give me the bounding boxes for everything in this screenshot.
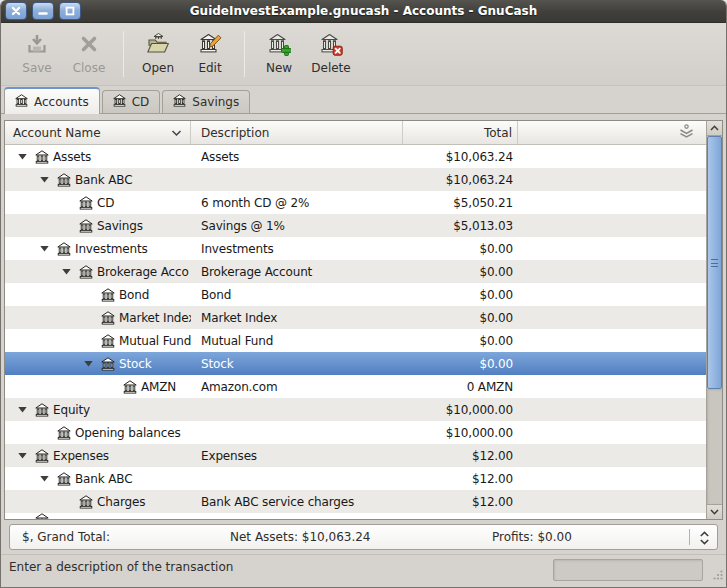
account-name-cell: Charges bbox=[5, 495, 191, 509]
account-total-cell: $12.00 bbox=[403, 495, 518, 509]
account-name-label: Stock bbox=[119, 357, 151, 371]
account-name-cell: Assets bbox=[5, 150, 191, 164]
delete-account-button[interactable]: Delete bbox=[305, 30, 357, 77]
tab-label: CD bbox=[132, 95, 150, 109]
bank-account-icon bbox=[79, 196, 93, 210]
table-row[interactable]: Mutual Fund Mutual Fund $0.00 bbox=[5, 329, 706, 352]
progress-bar bbox=[553, 559, 703, 581]
column-header-description[interactable]: Description bbox=[191, 121, 403, 144]
summary-bar: $, Grand Total: Net Assets: $10,063.24 P… bbox=[1, 521, 726, 554]
edit-icon bbox=[198, 32, 222, 59]
table-row[interactable]: Opening balances $10,000.00 bbox=[5, 421, 706, 444]
close-button[interactable]: Close bbox=[63, 30, 115, 77]
combo-spinner-icon[interactable] bbox=[699, 530, 710, 554]
maximize-window-button[interactable] bbox=[59, 2, 81, 20]
bank-account-icon bbox=[57, 173, 71, 187]
column-chooser-icon[interactable] bbox=[677, 124, 696, 142]
account-total-cell: $0.00 bbox=[403, 288, 518, 302]
table-row[interactable]: Stock Stock $0.00 bbox=[5, 352, 706, 375]
account-name-cell: Opening balances bbox=[5, 426, 191, 440]
grand-total-selector[interactable]: $, Grand Total: Net Assets: $10,063.24 P… bbox=[9, 524, 718, 550]
table-row[interactable]: Investments Investments $0.00 bbox=[5, 237, 706, 260]
scrollbar-thumb[interactable] bbox=[707, 136, 722, 389]
account-name-label: Opening balances bbox=[75, 426, 181, 440]
new-icon bbox=[267, 32, 291, 59]
account-description-cell: Bond bbox=[191, 288, 403, 302]
table-row[interactable]: Market Index Market Index $0.00 bbox=[5, 306, 706, 329]
table-row[interactable]: CD 6 month CD @ 2% $5,050.21 bbox=[5, 191, 706, 214]
table-row[interactable]: Charges Bank ABC service charges $12.00 bbox=[5, 490, 706, 513]
account-name-label: Brokerage Acco bbox=[97, 265, 189, 279]
table-row[interactable]: Expenses Expenses $12.00 bbox=[5, 444, 706, 467]
save-button[interactable]: Save bbox=[11, 30, 63, 77]
expander-triangle-icon[interactable] bbox=[59, 266, 79, 277]
account-total-cell: $0.00 bbox=[403, 265, 518, 279]
account-name-label: Equity bbox=[53, 403, 90, 417]
tab-accounts[interactable]: Accounts bbox=[4, 87, 100, 114]
scrollbar-track[interactable] bbox=[707, 389, 722, 504]
account-name-label: Assets bbox=[53, 150, 91, 164]
account-name-cell: Bond bbox=[5, 288, 191, 302]
account-total-cell: $10,000.00 bbox=[403, 426, 518, 440]
bank-account-icon bbox=[123, 380, 137, 394]
table-row[interactable]: Bond Bond $0.00 bbox=[5, 283, 706, 306]
expander-triangle-icon[interactable] bbox=[81, 358, 101, 369]
account-name-cell bbox=[5, 513, 191, 519]
bank-account-icon bbox=[101, 288, 115, 302]
resize-grip-icon[interactable] bbox=[711, 566, 724, 585]
tab-label: Accounts bbox=[34, 95, 89, 109]
account-name-cell: CD bbox=[5, 196, 191, 210]
open-button[interactable]: Open bbox=[132, 30, 184, 77]
account-name-label: CD bbox=[97, 196, 114, 210]
account-description-cell: 6 month CD @ 2% bbox=[191, 196, 403, 210]
table-row[interactable] bbox=[5, 513, 706, 519]
expander-triangle-icon[interactable] bbox=[15, 151, 35, 162]
column-header-filler bbox=[518, 121, 706, 144]
account-total-cell: $0.00 bbox=[403, 334, 518, 348]
account-name-label: Bank ABC bbox=[75, 472, 132, 486]
titlebar: GuideInvestExample.gnucash - Accounts - … bbox=[1, 0, 726, 23]
new-account-button[interactable]: New bbox=[253, 30, 305, 77]
account-name-label: Savings bbox=[97, 219, 143, 233]
expander-triangle-icon[interactable] bbox=[37, 174, 57, 185]
account-description-cell: Investments bbox=[191, 242, 403, 256]
expander-triangle-icon[interactable] bbox=[15, 404, 35, 415]
table-row[interactable]: Bank ABC $12.00 bbox=[5, 467, 706, 490]
expander-triangle-icon[interactable] bbox=[15, 450, 35, 461]
bank-icon bbox=[113, 94, 126, 110]
table-row[interactable]: Assets Assets $10,063.24 bbox=[5, 145, 706, 168]
open-icon bbox=[146, 32, 170, 59]
account-total-cell: $5,050.21 bbox=[403, 196, 518, 210]
bank-icon bbox=[15, 94, 28, 110]
vertical-scrollbar[interactable] bbox=[706, 121, 722, 519]
account-description-cell: Market Index bbox=[191, 311, 403, 325]
scroll-up-button[interactable] bbox=[707, 121, 722, 136]
close-window-button[interactable] bbox=[5, 2, 27, 20]
account-description-cell: Mutual Fund bbox=[191, 334, 403, 348]
table-row[interactable]: Brokerage Acco Brokerage Account $0.00 bbox=[5, 260, 706, 283]
column-header-total[interactable]: Total bbox=[403, 121, 518, 144]
account-total-cell: $12.00 bbox=[403, 472, 518, 486]
expander-triangle-icon[interactable] bbox=[37, 473, 57, 484]
table-row[interactable]: Equity $10,000.00 bbox=[5, 398, 706, 421]
bank-account-icon bbox=[79, 495, 93, 509]
table-row[interactable]: Savings Savings @ 1% $5,013.03 bbox=[5, 214, 706, 237]
account-name-label: Investments bbox=[75, 242, 148, 256]
tab-strip: Accounts CD bbox=[1, 86, 726, 114]
edit-button[interactable]: Edit bbox=[184, 30, 236, 77]
profits-value: Profits: $0.00 bbox=[492, 525, 572, 549]
tab-savings[interactable]: Savings bbox=[162, 90, 250, 113]
column-header-account-name[interactable]: Account Name bbox=[5, 121, 191, 144]
new-button-label: New bbox=[266, 61, 292, 75]
minimize-window-button[interactable] bbox=[32, 2, 54, 20]
expander-triangle-icon[interactable] bbox=[37, 243, 57, 254]
account-name-cell: Brokerage Acco bbox=[5, 265, 191, 279]
account-total-cell: $0.00 bbox=[403, 242, 518, 256]
table-row[interactable]: AMZN Amazon.com 0 AMZN bbox=[5, 375, 706, 398]
table-row[interactable]: Bank ABC $10,063.24 bbox=[5, 168, 706, 191]
scroll-down-button[interactable] bbox=[707, 504, 722, 519]
bank-account-icon bbox=[79, 265, 93, 279]
account-name-cell: Investments bbox=[5, 242, 191, 256]
bank-account-icon bbox=[57, 426, 71, 440]
tab-cd[interactable]: CD bbox=[102, 90, 161, 113]
